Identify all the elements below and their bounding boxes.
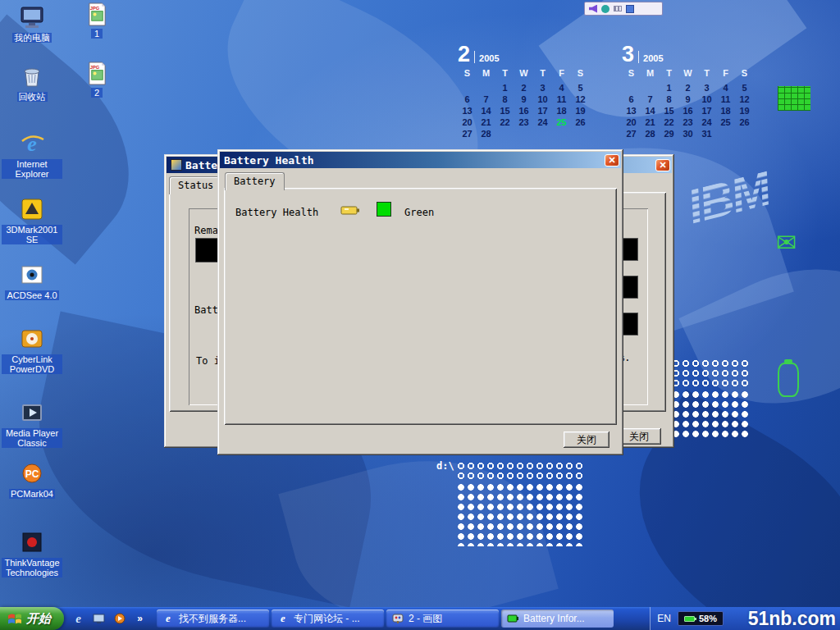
close-button[interactable]: 关闭 [617, 428, 661, 445]
quick-launch-overflow-chevron[interactable]: » [133, 612, 147, 626]
taskbar: 开始 e » e 找不到服务器... e 专门网论坛 - ... 2 - 画图 [0, 607, 840, 630]
quick-launch-show-desktop-icon[interactable] [92, 612, 106, 626]
pcmark-icon: PC [18, 459, 46, 487]
desktop-icon-internet-explorer[interactable]: e Internet Explorer [0, 130, 64, 179]
calendar-cell: 30 [678, 129, 697, 140]
calendar-day-header: S [571, 68, 590, 80]
battery-gauge [195, 238, 218, 262]
calendar-cell: 7 [641, 94, 660, 106]
calendar-cell: 25 [716, 117, 735, 129]
language-indicator[interactable]: EN [657, 613, 671, 624]
close-button[interactable]: 关闭 [564, 431, 609, 448]
calendar-cell: 14 [641, 106, 660, 117]
task-button-paint[interactable]: 2 - 画图 [386, 609, 499, 628]
calendar-cell: 6 [622, 94, 641, 106]
jpg-file-icon: JPG [86, 2, 108, 27]
calendar-cell: 20 [622, 117, 641, 129]
acdsee-icon [18, 261, 46, 289]
tray-battery-indicator[interactable]: 58% [678, 611, 724, 626]
my-computer-icon [18, 3, 46, 31]
task-button-ie-server-not-found[interactable]: e 找不到服务器... [157, 609, 269, 628]
calendar-cell: 7 [477, 94, 495, 106]
close-icon[interactable]: ✕ [655, 159, 670, 171]
tab-status[interactable]: Status [169, 176, 222, 194]
quick-launch-ie-icon[interactable]: e [71, 612, 85, 626]
battery-health-titlebar[interactable]: Battery Health ✕ [220, 152, 621, 168]
calendar-cell: 10 [697, 94, 716, 106]
desktop-icon-3dmark2001[interactable]: 3DMark2001 SE [0, 195, 64, 244]
calendar-cell: 29 [660, 129, 678, 140]
calendar-cell: 25 [552, 117, 571, 129]
calendar-cell: 19 [735, 106, 754, 117]
calendar-day-header: F [716, 68, 735, 80]
calendar-cell: 26 [571, 117, 590, 129]
calendar-day-header: S [458, 68, 477, 80]
desktop-icon-media-player-classic[interactable]: Media Player Classic [0, 399, 64, 448]
calendar-separator [474, 51, 475, 63]
calendar-day-header: W [678, 68, 697, 80]
internet-explorer-icon: e [18, 130, 46, 158]
calendar-separator [638, 51, 639, 63]
status-dot-icon[interactable] [601, 5, 609, 13]
battery-app-icon [171, 159, 182, 171]
desktop-icon-pcmark04[interactable]: PC PCMark04 [0, 459, 64, 499]
calendar-year: 2005 [643, 53, 663, 63]
calendar-cell: 28 [477, 129, 495, 140]
dots-pattern [671, 358, 748, 390]
task-button-battery-information[interactable]: Battery Infor... [501, 609, 614, 628]
calendar-cell: 22 [660, 117, 678, 129]
dots-pattern [456, 461, 584, 482]
calendar-cell: 15 [495, 106, 514, 117]
quick-launch-media-icon[interactable] [112, 612, 126, 626]
calendar-cell: 12 [571, 94, 590, 106]
calendar-cell: 8 [495, 94, 514, 106]
calendar-cell: 4 [552, 83, 571, 94]
calendar-day-header: M [477, 68, 495, 80]
close-icon[interactable]: ✕ [605, 154, 619, 167]
display-icon[interactable] [626, 5, 634, 13]
start-button[interactable]: 开始 [0, 607, 64, 630]
calendar-cell: 16 [514, 106, 533, 117]
tray-mini-toolbar[interactable] [584, 2, 663, 16]
task-button-forum[interactable]: e 专门网论坛 - ... [272, 609, 384, 628]
calendar-cell [477, 83, 495, 94]
keyboard-icon[interactable] [614, 6, 622, 11]
desktop-icon-my-computer[interactable]: 我的电脑 [0, 3, 64, 43]
watermark: 51nb.com [748, 608, 836, 630]
calendar-february: 2 2005 SMTWTFS 1234567891011121314151617… [458, 44, 596, 140]
recycle-bin-icon [18, 62, 46, 90]
desktop-file-1[interactable]: JPG 1 [77, 2, 116, 39]
calendar-day-header: M [641, 68, 660, 80]
battery-health-dialog: Battery Health ✕ Battery Battery Health … [217, 149, 623, 455]
calendar-cell: 23 [678, 117, 697, 129]
calendar-cell: 14 [477, 106, 495, 117]
calendar-day-header: T [533, 68, 552, 80]
media-player-classic-icon [18, 399, 46, 427]
battery-icon [684, 616, 695, 622]
calendar-cell: 9 [678, 94, 697, 106]
desktop-file-2[interactable]: JPG 2 [77, 61, 116, 98]
calendar-day-header: T [495, 68, 514, 80]
calendar-cell [571, 129, 590, 140]
desktop-icon-acdsee[interactable]: ACDSee 4.0 [0, 261, 64, 300]
calendar-cell: 26 [735, 117, 754, 129]
health-status-color-swatch [377, 202, 391, 217]
paint-icon [391, 612, 404, 625]
calendar-day-header: T [697, 68, 716, 80]
calendar-year: 2005 [479, 53, 499, 63]
calendar-day-header: F [552, 68, 571, 80]
calendar-cell: 17 [533, 106, 552, 117]
dialog-title: Battery Health [224, 154, 314, 167]
dots-pattern [456, 482, 584, 546]
calendar-day-header: S [735, 68, 754, 80]
svg-text:JPG: JPG [89, 65, 99, 70]
calendar-cell: 31 [697, 129, 716, 140]
desktop-icon-powerdvd[interactable]: CyberLink PowerDVD [0, 325, 64, 374]
volume-icon[interactable] [589, 5, 597, 13]
3dmark-icon [18, 195, 46, 223]
desktop-icon-thinkvantage[interactable]: ThinkVantage Technologies [0, 528, 64, 578]
desktop-icon-recycle-bin[interactable]: 回收站 [0, 62, 64, 102]
calendar-cell: 10 [533, 94, 552, 106]
calendar-cell: 24 [697, 117, 716, 129]
tab-battery[interactable]: Battery [225, 172, 285, 190]
